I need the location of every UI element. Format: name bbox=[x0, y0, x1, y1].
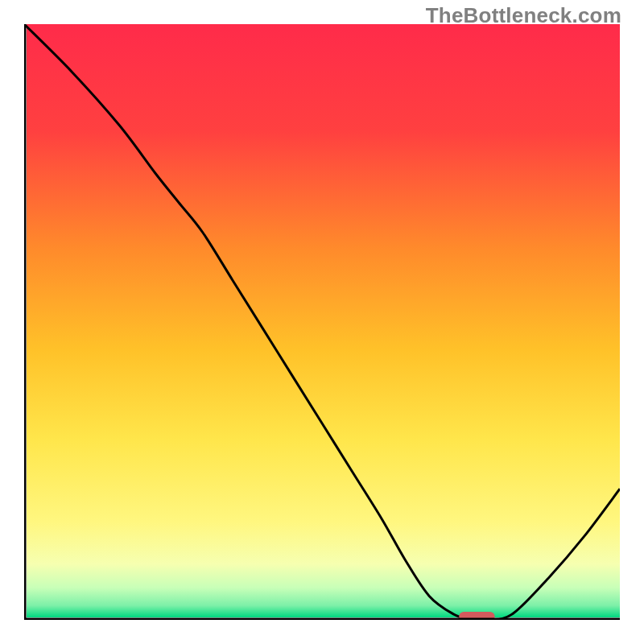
plot-area bbox=[24, 24, 620, 620]
gradient-background bbox=[27, 24, 620, 617]
chart-frame: TheBottleneck.com bbox=[0, 0, 644, 644]
chart-svg bbox=[24, 24, 620, 620]
